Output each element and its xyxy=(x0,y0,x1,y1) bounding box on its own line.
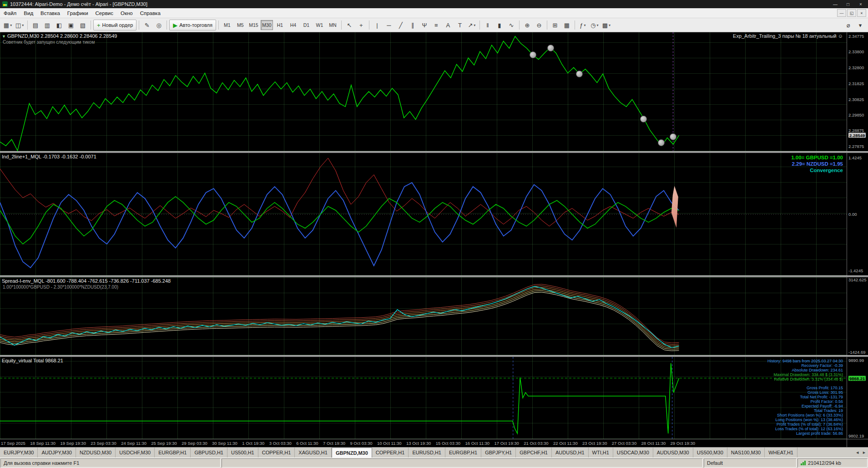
vertical-line-icon[interactable]: | xyxy=(372,20,383,31)
chart-tab-gbpchf-h1[interactable]: GBPCHF,H1 xyxy=(516,448,552,458)
tab-scroll-left-button[interactable]: ◄ xyxy=(855,450,859,455)
time-axis-label: 23 Sep 03:30 xyxy=(91,441,116,446)
chart-tab-audjpy-m30[interactable]: AUDJPY,M30 xyxy=(38,448,76,458)
terminal-icon[interactable]: ▣ xyxy=(66,20,76,31)
chart-tab-xagusd-h1[interactable]: XAGUSD,H1 xyxy=(295,448,332,458)
menu-file[interactable]: Файл xyxy=(0,10,20,17)
chart-tab-copper-h1[interactable]: COPPER,H1 xyxy=(258,448,295,458)
equity-scale[interactable]: 9890.999802.199868.21 xyxy=(847,357,868,439)
time-axis-label: 3 Oct 03:30 xyxy=(269,441,292,446)
strategy-tester-icon[interactable]: ▧ xyxy=(77,20,88,31)
menu-insert[interactable]: Вставка xyxy=(37,10,64,17)
chart-tab-usdcad-m30[interactable]: USDCAD,M30 xyxy=(613,448,653,458)
title-bar: 10372444: Alpari-Demo - Демо счёт - Alpa… xyxy=(0,0,868,8)
timeframe-h1[interactable]: H1 xyxy=(274,20,286,30)
new-order-button[interactable]: +Новый ордер xyxy=(93,20,136,31)
chart-tab-eurjpy-m30[interactable]: EURJPY,M30 xyxy=(0,448,38,458)
horizontal-line-icon[interactable]: ─ xyxy=(384,20,394,31)
timeframe-m5[interactable]: M5 xyxy=(234,20,247,30)
data-window-icon[interactable]: ▥ xyxy=(42,20,53,31)
chart-minimize-button[interactable]: — xyxy=(837,9,846,17)
new-chart-icon[interactable]: ▦▾ xyxy=(2,20,13,31)
trendline-icon[interactable]: ╱ xyxy=(395,20,406,31)
chart-tab-nzdusd-m30[interactable]: NZDUSD,M30 xyxy=(76,448,116,458)
menu-tools[interactable]: Сервис xyxy=(92,10,117,17)
chart-tab-gbpjpy-h1[interactable]: GBPJPY,H1 xyxy=(481,448,516,458)
zoom-in-icon[interactable]: ⊕ xyxy=(522,20,533,31)
ind-green-line xyxy=(0,196,679,244)
chart-tab-audusd-h1[interactable]: AUDUSD,H1 xyxy=(552,448,589,458)
templates-icon[interactable]: ▩▾ xyxy=(601,20,612,31)
candlestick-chart-icon[interactable]: ▮ xyxy=(494,20,505,31)
price-chart-panel[interactable]: ▼GBPNZD,M30 2.28504 2.28600 2.28406 2.28… xyxy=(0,32,847,151)
search-icon[interactable]: ⌀ xyxy=(843,20,854,31)
status-profile[interactable]: Default xyxy=(704,458,797,468)
close-button[interactable]: × xyxy=(854,0,867,8)
chart-tab-eurgbp-h1[interactable]: EURGBP,H1 xyxy=(445,448,481,458)
chart-tab-wti-h1[interactable]: WTI,H1 xyxy=(589,448,613,458)
menu-window[interactable]: Окно xyxy=(117,10,136,17)
price-scale[interactable]: 2.347752.338002.328002.318252.308252.298… xyxy=(847,32,868,151)
oscillator-panel[interactable]: Ind_2line+1_MQL -0.1703 -0.1632 -0.0071 … xyxy=(0,153,847,275)
menu-charts[interactable]: Графики xyxy=(64,10,92,17)
chart-tab-us500-m30[interactable]: US500,M30 xyxy=(693,448,727,458)
chart-close-button[interactable]: × xyxy=(857,9,866,17)
chart-tab-gbpnzd-m30[interactable]: GBPNZD,M30 xyxy=(332,448,372,458)
time-axis-label: 16 Oct 11:30 xyxy=(465,441,490,446)
text-label-icon[interactable]: T xyxy=(454,20,465,31)
metaeditor-icon[interactable]: ✎ xyxy=(141,20,152,31)
chart-tab-eurgbp-h1[interactable]: EURGBP,H1 xyxy=(155,448,191,458)
time-axis-label: 9 Oct 03:30 xyxy=(350,441,372,446)
chart-tab-usdchf-m30[interactable]: USDCHF,M30 xyxy=(116,448,155,458)
minimize-button[interactable]: — xyxy=(829,0,842,8)
timeframe-m15[interactable]: M15 xyxy=(247,20,260,30)
chart-restore-button[interactable]: ◱ xyxy=(847,9,856,17)
oscillator-scale[interactable]: 1.42450.00-1.4245 xyxy=(847,153,868,275)
time-axis[interactable]: 17 Sep 202518 Sep 11:3019 Sep 19:3023 Se… xyxy=(0,439,847,447)
timeframe-w1[interactable]: W1 xyxy=(313,20,326,30)
toolbar-separator xyxy=(479,20,480,30)
line-chart-icon[interactable]: ∿ xyxy=(506,20,517,31)
equity-panel[interactable]: Equity_virtual Total 9868.21 History: 94… xyxy=(0,357,847,439)
menu-help[interactable]: Справка xyxy=(136,10,164,17)
cursor-icon[interactable]: ↖ xyxy=(344,20,355,31)
chart-tab-eurusd-h1[interactable]: EURUSD,H1 xyxy=(409,448,445,458)
chart-tab-copper-h1[interactable]: COPPER,H1 xyxy=(372,448,409,458)
bar-chart-icon[interactable]: ‖ xyxy=(482,20,493,31)
text-icon[interactable]: A xyxy=(443,20,454,31)
spread-scale[interactable]: 3142.625-1424.69 xyxy=(847,277,868,355)
indicators-list-icon[interactable]: ƒ▾ xyxy=(577,20,588,31)
crosshair-icon[interactable]: + xyxy=(356,20,367,31)
auto-trading-button[interactable]: ▶Авто-торговля xyxy=(169,20,216,31)
maximize-button[interactable]: □ xyxy=(842,0,854,8)
equidistant-channel-icon[interactable]: ∥ xyxy=(407,20,418,31)
timeframe-mn[interactable]: MN xyxy=(327,20,339,30)
timeframe-m1[interactable]: M1 xyxy=(221,20,233,30)
tab-scroll-right-button[interactable]: ► xyxy=(862,450,866,455)
timeframe-m30[interactable]: M30 xyxy=(261,20,273,30)
market-watch-icon[interactable]: ▤ xyxy=(30,20,41,31)
menu-view[interactable]: Вид xyxy=(20,10,37,17)
auto-arrange-icon[interactable]: ▦ xyxy=(561,20,572,31)
chart-tab-gbpusd-h1[interactable]: GBPUSD,H1 xyxy=(191,448,227,458)
timeframe-h4[interactable]: H4 xyxy=(287,20,299,30)
profiles-icon[interactable]: ◫▾ xyxy=(14,20,25,31)
timeframe-d1[interactable]: D1 xyxy=(300,20,313,30)
chart-area: ▼GBPNZD,M30 2.28504 2.28600 2.28406 2.28… xyxy=(0,32,868,447)
arrows-icon[interactable]: ↗▾ xyxy=(466,20,477,31)
fibonacci-retracement-icon[interactable]: ≡ xyxy=(431,20,442,31)
tile-windows-icon[interactable]: ⊞ xyxy=(550,20,560,31)
toolbar-menu-icon[interactable]: ▾ xyxy=(855,20,866,31)
period-list-icon[interactable]: ◷▾ xyxy=(589,20,600,31)
chart-tab-audusd-m30[interactable]: AUDUSD,M30 xyxy=(653,448,693,458)
navigator-icon[interactable]: ◧ xyxy=(54,20,65,31)
spread-panel[interactable]: Spread-I-env_MQL -801.600 -788.404 -762.… xyxy=(0,277,847,355)
arrows-icon: ↗ xyxy=(468,22,473,29)
chart-tab-us500-h1[interactable]: US500,H1 xyxy=(227,448,258,458)
chart-tab-wheat-h1[interactable]: WHEAT,H1 xyxy=(765,448,797,458)
mql5-signals-icon[interactable]: ◎ xyxy=(153,20,164,31)
andrews-pitchfork-icon[interactable]: Ψ xyxy=(419,20,430,31)
scale-label: 2.32800 xyxy=(848,65,864,70)
chart-tab-nas100-m30[interactable]: NAS100,M30 xyxy=(727,448,765,458)
zoom-out-icon[interactable]: ⊖ xyxy=(534,20,545,31)
